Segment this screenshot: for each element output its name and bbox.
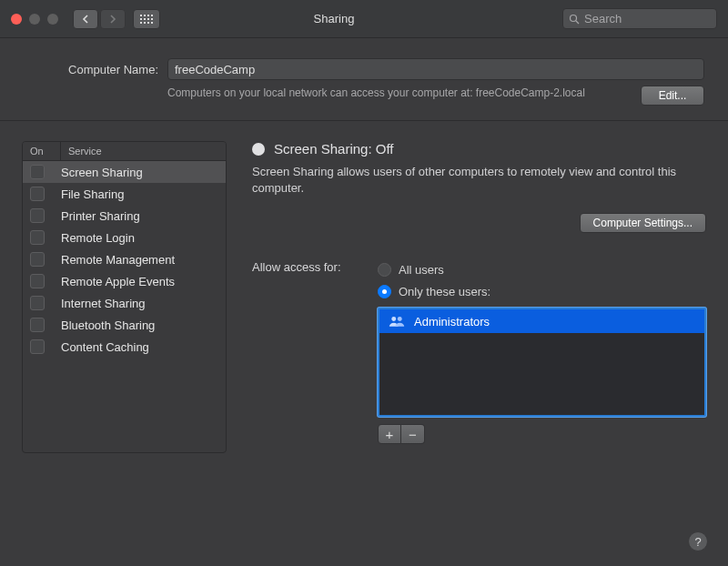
chevron-left-icon bbox=[82, 15, 89, 24]
service-checkbox[interactable] bbox=[30, 296, 45, 310]
service-row[interactable]: Printer Sharing bbox=[23, 205, 226, 227]
edit-button[interactable]: Edit... bbox=[641, 86, 704, 106]
service-checkbox[interactable] bbox=[30, 318, 45, 332]
radio-button-selected bbox=[378, 285, 391, 298]
chevron-right-icon bbox=[109, 15, 116, 24]
service-row[interactable]: File Sharing bbox=[23, 183, 226, 205]
forward-button[interactable] bbox=[100, 9, 126, 29]
service-label: File Sharing bbox=[61, 187, 124, 201]
user-list-row[interactable]: Administrators bbox=[379, 309, 704, 333]
status-indicator bbox=[252, 143, 265, 156]
access-label: Allow access for: bbox=[252, 258, 370, 274]
maximize-button[interactable] bbox=[47, 14, 58, 25]
svg-point-14 bbox=[391, 317, 396, 321]
service-checkbox[interactable] bbox=[30, 208, 45, 223]
service-label: Content Caching bbox=[61, 340, 149, 354]
service-row[interactable]: Remote Apple Events bbox=[23, 270, 226, 292]
service-row[interactable]: Screen Sharing bbox=[23, 161, 226, 183]
user-label: Administrators bbox=[414, 315, 490, 328]
add-user-button[interactable]: + bbox=[378, 424, 401, 444]
service-label: Screen Sharing bbox=[61, 166, 143, 179]
access-section: Allow access for: All users Only these u… bbox=[252, 258, 706, 444]
service-checkbox[interactable] bbox=[30, 252, 45, 267]
service-row[interactable]: Content Caching bbox=[23, 336, 226, 358]
computer-name-description: Computers on your local network can acce… bbox=[167, 86, 626, 106]
svg-line-13 bbox=[576, 21, 579, 24]
service-label: Internet Sharing bbox=[61, 297, 146, 310]
radio-button bbox=[378, 263, 391, 277]
svg-point-15 bbox=[398, 317, 402, 321]
radio-only-users[interactable]: Only these users: bbox=[378, 280, 706, 302]
service-checkbox[interactable] bbox=[30, 339, 45, 354]
user-list[interactable]: Administrators bbox=[378, 308, 706, 417]
detail-pane: Screen Sharing: Off Screen Sharing allow… bbox=[252, 141, 706, 453]
minimize-button[interactable] bbox=[29, 14, 40, 25]
computer-name-label: Computer Name: bbox=[24, 63, 158, 76]
col-service: Service bbox=[61, 142, 226, 160]
help-button[interactable]: ? bbox=[688, 531, 708, 551]
computer-settings-button[interactable]: Computer Settings... bbox=[580, 213, 706, 233]
computer-name-section: Computer Name: Computers on your local n… bbox=[0, 38, 728, 121]
service-row[interactable]: Remote Login bbox=[23, 227, 226, 248]
service-row[interactable]: Remote Management bbox=[23, 248, 226, 270]
traffic-lights bbox=[11, 14, 58, 25]
radio-only-users-label: Only these users: bbox=[399, 285, 490, 298]
radio-group: All users Only these users: Administrato bbox=[378, 258, 706, 444]
service-row[interactable]: Bluetooth Sharing bbox=[23, 314, 226, 336]
service-table: On Service Screen SharingFile SharingPri… bbox=[22, 141, 227, 453]
service-table-body: Screen SharingFile SharingPrinter Sharin… bbox=[23, 161, 226, 452]
service-table-header: On Service bbox=[23, 142, 226, 161]
nav-buttons bbox=[73, 9, 126, 29]
search-icon bbox=[569, 14, 580, 25]
svg-point-12 bbox=[571, 15, 577, 21]
main-content: On Service Screen SharingFile SharingPri… bbox=[0, 121, 728, 473]
detail-title: Screen Sharing: Off bbox=[274, 141, 393, 157]
col-on: On bbox=[23, 142, 61, 160]
close-button[interactable] bbox=[11, 14, 22, 25]
service-checkbox[interactable] bbox=[30, 274, 45, 288]
titlebar: Sharing Search bbox=[0, 0, 728, 38]
service-checkbox[interactable] bbox=[30, 187, 45, 201]
service-label: Remote Login bbox=[61, 231, 135, 245]
radio-all-users[interactable]: All users bbox=[378, 258, 706, 280]
users-icon bbox=[389, 315, 405, 328]
add-remove-buttons: + − bbox=[378, 424, 706, 444]
remove-user-button[interactable]: − bbox=[401, 424, 425, 444]
service-row[interactable]: Internet Sharing bbox=[23, 292, 226, 314]
service-label: Remote Management bbox=[61, 253, 175, 267]
service-label: Bluetooth Sharing bbox=[61, 318, 155, 332]
service-label: Remote Apple Events bbox=[61, 275, 175, 288]
back-button[interactable] bbox=[73, 9, 98, 29]
computer-name-input[interactable] bbox=[167, 58, 704, 80]
search-field[interactable]: Search bbox=[562, 8, 717, 29]
service-checkbox[interactable] bbox=[30, 230, 45, 245]
search-placeholder: Search bbox=[584, 12, 622, 25]
detail-description: Screen Sharing allows users of other com… bbox=[252, 164, 706, 197]
service-label: Printer Sharing bbox=[61, 209, 140, 223]
radio-all-users-label: All users bbox=[399, 263, 444, 277]
service-checkbox[interactable] bbox=[30, 165, 45, 179]
window-title: Sharing bbox=[106, 12, 562, 25]
